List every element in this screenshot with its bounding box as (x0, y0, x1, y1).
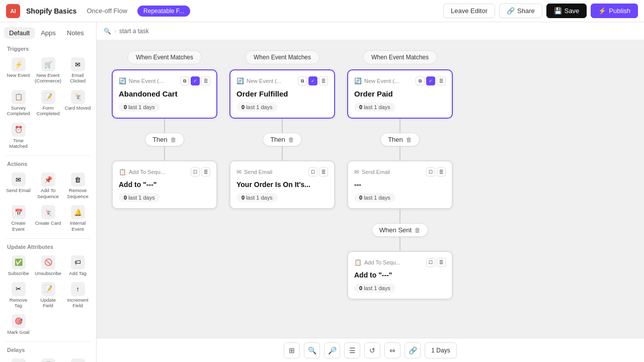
publish-button[interactable]: ⚡ Publish (591, 4, 638, 18)
node2-check-btn[interactable]: ✓ (308, 76, 317, 85)
action-node-3-title: Send Email (362, 169, 424, 175)
sidebar-item-new-event-commerce[interactable]: 🛒 New Event (Commerce) (34, 55, 62, 86)
new-event-commerce-icon: 🛒 (41, 57, 55, 71)
tab-notes[interactable]: Notes (62, 27, 89, 39)
time-matched-icon: ⏰ (12, 123, 26, 137)
trigger-node-1-icon: 🔄 (119, 77, 126, 84)
node2-menu-btn[interactable]: ☰ (319, 76, 328, 85)
sidebar-item-send-email[interactable]: ✉ Send Email (4, 170, 33, 202)
survey-completed-icon: 📋 (12, 90, 26, 104)
share-button[interactable]: 🔗 Share (499, 4, 542, 18)
action2-menu-btn[interactable]: ☰ (319, 167, 328, 176)
sidebar-item-remove-sequence[interactable]: 🗑 Remove Sequence (63, 170, 92, 202)
trigger-node-3[interactable]: 🔄 New Event (... ⧉ ✓ ☰ Order Paid 0 last (347, 69, 453, 119)
toolbar-merge-btn[interactable]: ⇔ (384, 342, 400, 358)
update-field-icon: 📝 (41, 282, 55, 296)
sidebar-item-survey-completed[interactable]: 📋 Survey Completed (4, 87, 33, 119)
toolbar-days-btn[interactable]: 1 Days (425, 342, 456, 358)
action-node-3[interactable]: ✉ Send Email ☐ ☰ --- 0 last 1 days (347, 160, 453, 209)
action1-check-btn[interactable]: ☐ (191, 167, 200, 176)
internal-event-label: Internal Event (64, 220, 91, 232)
node3-menu-btn[interactable]: ☰ (437, 76, 446, 85)
tab-apps[interactable]: Apps (36, 27, 61, 39)
toolbar-grid-btn[interactable]: ⊞ (284, 342, 300, 358)
tab-repeatable[interactable]: Repeatable F... (137, 6, 190, 17)
then3-trash-icon: 🗑 (406, 136, 412, 143)
create-event-label: Create Event (5, 220, 32, 232)
flow-column-3: When Event Matches 🔄 New Event (... ⧉ ✓ … (347, 50, 453, 300)
sidebar-item-card-moved[interactable]: 🃏 Card Moved (63, 87, 92, 119)
sidebar-item-create-card[interactable]: 🃏 Create Card (34, 203, 62, 234)
search-icon: 🔍 (104, 28, 111, 35)
sidebar-item-remove-tag[interactable]: ✂ Remove Tag (4, 280, 33, 311)
sidebar-item-mark-goal[interactable]: 🎯 Mark Goal (4, 312, 33, 337)
sidebar-item-form-completed[interactable]: 📝 Form Completed (34, 87, 62, 119)
new-event-commerce-label: New Event (Commerce) (35, 72, 61, 84)
right-panel: 🔍 › start a task When Event Matches 🔄 Ne… (97, 22, 644, 362)
sidebar-item-increment-field[interactable]: ↑ Increment Field (63, 280, 92, 311)
action-node-2[interactable]: ✉ Send Email ☐ ☰ Your Order Is On It's..… (229, 160, 335, 209)
flow-column-2: When Event Matches 🔄 New Event (... ⧉ ✓ … (229, 50, 335, 209)
action3b-menu-btn[interactable]: ☰ (437, 258, 446, 267)
unsubscribe-icon: 🚫 (41, 255, 55, 269)
sidebar-item-create-event[interactable]: 📅 Create Event (4, 203, 33, 234)
trigger-node-3-icon: 🔄 (354, 77, 362, 84)
node1-menu-btn[interactable]: ☰ (201, 76, 210, 85)
sidebar-item-time-matched[interactable]: ⏰ Time Matched (4, 120, 33, 152)
sidebar-item-delay[interactable]: ⏱ Delay (4, 356, 33, 362)
card-moved-icon: 🃏 (71, 90, 85, 104)
breadcrumb-text: start a task (119, 28, 149, 35)
then-badge-3[interactable]: Then 🗑 (380, 133, 420, 146)
unsubscribe-label: Unsubscribe (35, 270, 61, 276)
second-action-node-3[interactable]: 📋 Add To Sequ... ☐ ☰ Add to "---" 0 last… (347, 251, 453, 300)
when-sent-badge[interactable]: When Sent 🗑 (372, 223, 428, 237)
then-badge-2[interactable]: Then 🗑 (263, 133, 302, 146)
node2-copy-btn[interactable]: ⧉ (298, 76, 307, 85)
action-node-1-title: Add To Sequ... (129, 169, 188, 175)
save-button[interactable]: 💾 Save (546, 4, 587, 18)
sidebar-item-snooze[interactable]: 💤 Snooze (63, 356, 92, 362)
toolbar-link-btn[interactable]: 🔗 (405, 342, 421, 358)
trigger-node-3-body: Order Paid (354, 89, 446, 98)
sidebar-item-new-event[interactable]: ⚡ New Event (4, 55, 33, 86)
node3-check-btn[interactable]: ✓ (426, 76, 435, 85)
sidebar-item-add-tag[interactable]: 🏷 Add Tag (63, 253, 92, 279)
trigger-label-1: When Event Matches (127, 50, 202, 64)
sidebar-item-update-field[interactable]: 📝 Update Field (34, 280, 62, 311)
toolbar-refresh-btn[interactable]: ↺ (364, 342, 380, 358)
leave-editor-button[interactable]: Leave Editor (443, 4, 495, 18)
trigger-node-1[interactable]: 🔄 New Event (... ⧉ ✓ ☰ Abandoned Cart 0 … (112, 69, 217, 119)
create-card-label: Create Card (35, 220, 61, 226)
triggers-section-title: Triggers (0, 44, 96, 54)
tab-default[interactable]: Default (4, 27, 35, 39)
tab-once-off[interactable]: Once-off Flow (83, 5, 131, 17)
toolbar-list-btn[interactable]: ☰ (344, 342, 360, 358)
sidebar-item-internal-event[interactable]: 🔔 Internal Event (63, 203, 92, 234)
then1-trash-icon: 🗑 (171, 136, 177, 143)
trigger-node-1-title: New Event (... (129, 78, 178, 84)
then-badge-1[interactable]: Then 🗑 (145, 133, 184, 146)
action1-menu-btn[interactable]: ☰ (201, 167, 210, 176)
action3-check-btn[interactable]: ☐ (426, 167, 435, 176)
mark-goal-icon: 🎯 (12, 314, 26, 328)
action-node-3-icon: ✉ (354, 168, 359, 175)
second-action-3-title: Add To Sequ... (364, 259, 424, 265)
action-node-1-stats: 0 last 1 days (119, 193, 160, 202)
create-card-icon: 🃏 (41, 205, 55, 219)
action2-check-btn[interactable]: ☐ (308, 167, 317, 176)
trigger-node-2[interactable]: 🔄 New Event (... ⧉ ✓ ☰ Order Fulfilled 0 (229, 69, 335, 119)
sidebar-item-email-clicked[interactable]: ✉ Email Clicked (63, 55, 92, 86)
toolbar-zoom-out-btn[interactable]: 🔎 (324, 342, 340, 358)
sidebar-item-unsubscribe[interactable]: 🚫 Unsubscribe (34, 253, 62, 279)
action-node-1[interactable]: 📋 Add To Sequ... ☐ ☰ Add to "---" 0 last… (112, 160, 217, 209)
action3-menu-btn[interactable]: ☰ (437, 167, 446, 176)
sidebar: Default Apps Notes Triggers ⚡ New Event … (0, 22, 97, 362)
toolbar-zoom-in-btn[interactable]: 🔍 (304, 342, 320, 358)
sidebar-item-gate[interactable]: 🚪 Gate (34, 356, 62, 362)
action3b-check-btn[interactable]: ☐ (426, 258, 435, 267)
node1-check-btn[interactable]: ✓ (191, 76, 200, 85)
node3-copy-btn[interactable]: ⧉ (416, 76, 425, 85)
sidebar-item-add-to-sequence[interactable]: 📌 Add To Sequence (34, 170, 62, 202)
node1-copy-btn[interactable]: ⧉ (180, 76, 189, 85)
sidebar-item-subscribe[interactable]: ✅ Subscribe (4, 253, 33, 279)
